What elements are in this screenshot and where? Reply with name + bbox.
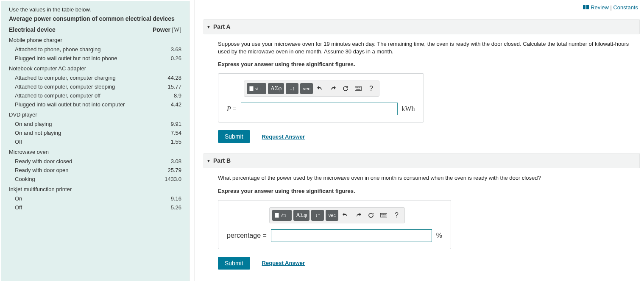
table-row: Attached to computer, computer charging4… bbox=[9, 73, 181, 82]
svg-rect-9 bbox=[275, 213, 279, 217]
table-row: Ready with door open25.79 bbox=[9, 166, 181, 175]
table-body: Mobile phone chargerAttached to phone, p… bbox=[9, 37, 181, 212]
part-a-hint: Express your answer using three signific… bbox=[218, 61, 640, 67]
vec-button[interactable]: vec bbox=[326, 210, 338, 221]
keyboard-icon[interactable] bbox=[378, 210, 389, 221]
table-section-head: Notebook computer AC adapter bbox=[9, 65, 181, 72]
col-device: Electrical device bbox=[9, 26, 56, 33]
keyboard-icon[interactable] bbox=[353, 83, 364, 94]
svg-rect-12 bbox=[381, 214, 382, 214]
part-b-prompt: What percentage of the power used by the… bbox=[218, 174, 640, 182]
svg-rect-13 bbox=[382, 214, 383, 214]
part-b-answer-box: √□ ΑΣφ ↓↑ vec ? percentage = % bbox=[218, 200, 451, 249]
greek-button[interactable]: ΑΣφ bbox=[293, 210, 309, 221]
redo-icon[interactable] bbox=[353, 210, 364, 221]
svg-rect-8 bbox=[357, 89, 361, 90]
svg-rect-5 bbox=[358, 87, 359, 88]
top-links: Review | Constants bbox=[204, 0, 640, 19]
table-row: On and not playing7.54 bbox=[9, 128, 181, 137]
part-a-var: P = bbox=[227, 105, 237, 113]
table-row: Cooking1433.0 bbox=[9, 175, 181, 184]
sort-button[interactable]: ↓↑ bbox=[286, 83, 298, 94]
table-row: Plugged into wall outlet but not into co… bbox=[9, 100, 181, 109]
table-row: Attached to computer, computer off8.9 bbox=[9, 91, 181, 100]
table-section-head: DVD player bbox=[9, 111, 181, 118]
table-row: Off1.55 bbox=[9, 137, 181, 146]
undo-icon[interactable] bbox=[340, 210, 351, 221]
part-b-unit: % bbox=[436, 232, 442, 239]
vec-button[interactable]: vec bbox=[300, 83, 313, 94]
part-a-input[interactable] bbox=[241, 103, 398, 115]
part-b-body: What percentage of the power used by the… bbox=[204, 174, 640, 280]
part-b-submit-button[interactable]: Submit bbox=[218, 257, 250, 270]
table-section-head: Mobile phone charger bbox=[9, 37, 181, 43]
svg-text:√□: √□ bbox=[255, 86, 260, 91]
part-a-answer-box: √□ ΑΣφ ↓↑ vec ? P = kWh bbox=[218, 73, 424, 122]
question-panel: Review | Constants Part A Suppose you us… bbox=[199, 0, 644, 281]
reset-icon[interactable] bbox=[340, 83, 351, 94]
table-section-head: Microwave oven bbox=[9, 149, 181, 155]
constants-link[interactable]: Constants bbox=[613, 4, 638, 11]
part-a-unit: kWh bbox=[402, 105, 415, 113]
greek-button[interactable]: ΑΣφ bbox=[268, 83, 284, 94]
answer-toolbar-a: √□ ΑΣφ ↓↑ vec ? bbox=[244, 81, 379, 97]
col-power: Power [W] bbox=[153, 26, 181, 33]
svg-rect-16 bbox=[385, 214, 386, 214]
table-intro: Use the values in the table below. bbox=[9, 6, 181, 13]
review-link[interactable]: Review bbox=[591, 4, 609, 11]
table-row: On9.16 bbox=[9, 194, 181, 203]
part-a-request-answer[interactable]: Request Answer bbox=[262, 134, 305, 140]
sort-button[interactable]: ↓↑ bbox=[311, 210, 324, 221]
table-row: Plugged into wall outlet but not into ph… bbox=[9, 54, 181, 63]
table-row: Off5.26 bbox=[9, 203, 181, 212]
redo-icon[interactable] bbox=[327, 83, 338, 94]
reference-table-panel: Use the values in the table below. Avera… bbox=[1, 1, 190, 281]
part-b-hint: Express your answer using three signific… bbox=[218, 188, 640, 194]
table-row: Ready with door closed3.08 bbox=[9, 157, 181, 166]
table-header: Electrical device Power [W] bbox=[9, 26, 181, 33]
svg-rect-6 bbox=[359, 87, 360, 88]
part-b-input[interactable] bbox=[271, 229, 432, 242]
svg-rect-14 bbox=[383, 214, 384, 214]
vertical-divider bbox=[195, 0, 195, 281]
book-icon bbox=[583, 5, 589, 11]
svg-rect-4 bbox=[357, 87, 357, 88]
reset-icon[interactable] bbox=[365, 210, 376, 221]
template-button[interactable]: √□ bbox=[272, 210, 292, 221]
answer-toolbar-b: √□ ΑΣφ ↓↑ vec ? bbox=[269, 207, 405, 223]
svg-rect-0 bbox=[250, 86, 253, 91]
undo-icon[interactable] bbox=[315, 83, 326, 94]
part-b-var: percentage = bbox=[227, 232, 267, 239]
svg-text:√□: √□ bbox=[281, 213, 286, 218]
table-section-head: Inkjet multifunction printer bbox=[9, 186, 181, 192]
part-a-prompt: Suppose you use your microwave oven for … bbox=[218, 40, 640, 55]
svg-rect-17 bbox=[382, 215, 386, 216]
help-icon[interactable]: ? bbox=[365, 83, 376, 94]
svg-rect-7 bbox=[360, 87, 361, 88]
part-b-header[interactable]: Part B bbox=[204, 153, 640, 168]
table-title: Average power consumption of common elec… bbox=[9, 15, 181, 22]
template-button[interactable]: √□ bbox=[247, 83, 266, 94]
part-b-request-answer[interactable]: Request Answer bbox=[262, 260, 305, 266]
table-row: Attached to phone, phone charging3.68 bbox=[9, 45, 181, 54]
part-a-body: Suppose you use your microwave oven for … bbox=[204, 40, 640, 153]
table-row: On and playing9.91 bbox=[9, 120, 181, 128]
svg-rect-15 bbox=[384, 214, 385, 214]
svg-rect-3 bbox=[356, 87, 357, 88]
part-a-submit-button[interactable]: Submit bbox=[218, 130, 250, 143]
part-a-header[interactable]: Part A bbox=[204, 19, 640, 34]
help-icon[interactable]: ? bbox=[391, 210, 402, 221]
table-row: Attached to computer, computer sleeping1… bbox=[9, 82, 181, 91]
